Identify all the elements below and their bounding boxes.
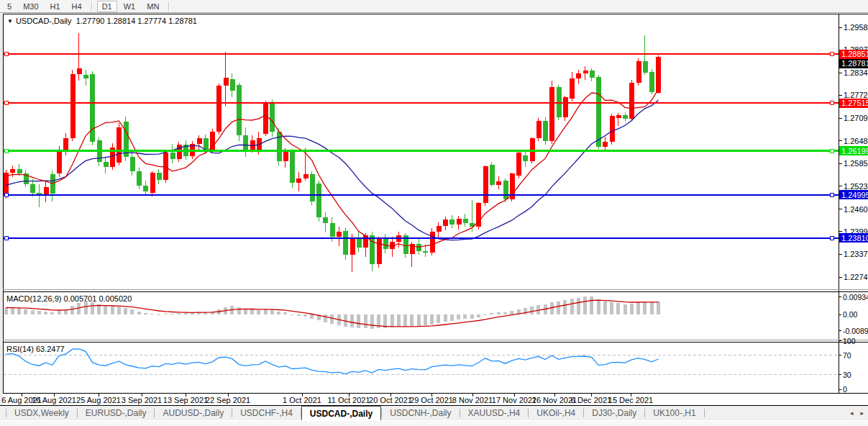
timeframe-button-h1[interactable]: H1 — [45, 1, 65, 12]
tab-separator — [704, 409, 705, 417]
svg-text:1.28851: 1.28851 — [841, 50, 868, 58]
svg-text:1.25850: 1.25850 — [844, 159, 868, 168]
timeframe-button-h4[interactable]: H4 — [67, 1, 87, 12]
timeframe-button-mn[interactable]: MN — [142, 1, 164, 12]
svg-text:17 Nov 2021: 17 Nov 2021 — [492, 396, 536, 404]
timeframe-toolbar: 5M30H1H4D1W1MN — [0, 0, 868, 13]
symbol-label: USDCAD-,Daily — [16, 17, 72, 25]
svg-text:6 Dec 2021: 6 Dec 2021 — [571, 396, 611, 404]
svg-text:22 Sep 2021: 22 Sep 2021 — [206, 396, 250, 404]
tab-scroll-left-icon[interactable]: ◂ — [850, 409, 854, 417]
chart-tab-eurusd-daily[interactable]: EURUSD-,Daily — [78, 406, 155, 420]
svg-text:1.25235: 1.25235 — [844, 182, 868, 191]
svg-text:20 Oct 2021: 20 Oct 2021 — [369, 396, 412, 404]
svg-text:1.24605: 1.24605 — [844, 205, 868, 214]
rsi-indicator-label: RSI(14) 63.2477 — [6, 345, 65, 353]
tab-scroll-arrows: ◂ ▸ — [850, 405, 864, 420]
chart-tab-dj30-daily[interactable]: DJ30-,Daily — [584, 406, 644, 420]
chevron-down-icon: ▼ — [7, 18, 13, 24]
svg-text:1.26199: 1.26199 — [841, 147, 868, 155]
trading-terminal-window: 1.295851.289701.283401.277251.270951.264… — [0, 0, 868, 426]
svg-text:-0.00890: -0.00890 — [843, 327, 868, 335]
svg-text:1.29585: 1.29585 — [844, 23, 868, 32]
toolbar-separator — [168, 1, 170, 11]
chart-tab-uk100-h1[interactable]: UK100-,H1 — [645, 406, 703, 420]
svg-text:1.28781: 1.28781 — [841, 59, 868, 68]
svg-text:1.24995: 1.24995 — [841, 191, 868, 199]
svg-text:16 Aug 2021: 16 Aug 2021 — [32, 396, 76, 404]
svg-text:13 Sep 2021: 13 Sep 2021 — [163, 396, 208, 404]
ohlc-values: 1.27790 1.28814 1.27774 1.28781 — [76, 17, 197, 25]
macd-indicator-label: MACD(12,26,9) 0.005701 0.005020 — [6, 294, 132, 303]
svg-text:1.26480: 1.26480 — [844, 137, 868, 145]
chart-tab-usdchf-h4[interactable]: USDCHF-,H4 — [232, 406, 301, 420]
svg-text:1.23810: 1.23810 — [841, 234, 868, 243]
svg-text:25 Aug 2021: 25 Aug 2021 — [76, 396, 121, 404]
svg-text:1.23375: 1.23375 — [844, 250, 868, 258]
svg-text:0: 0 — [843, 385, 847, 394]
svg-text:30: 30 — [843, 371, 851, 379]
time-axis[interactable]: 6 Aug 202116 Aug 202125 Aug 20213 Sep 20… — [1, 394, 653, 404]
current-price-label: 1.28781 — [839, 59, 868, 68]
svg-text:29 Oct 2021: 29 Oct 2021 — [410, 396, 453, 404]
svg-text:1.27095: 1.27095 — [844, 114, 868, 122]
svg-text:0.00: 0.00 — [843, 310, 858, 319]
svg-text:0.009345: 0.009345 — [843, 293, 868, 302]
chart-tab-usdx-weekly[interactable]: USDX,Weekly — [6, 406, 77, 420]
svg-text:26 Nov 2021: 26 Nov 2021 — [532, 396, 577, 404]
chart-canvas[interactable]: 1.295851.289701.283401.277251.270951.264… — [0, 0, 868, 426]
chart-tab-audusd-daily[interactable]: AUDUSD-,Daily — [155, 406, 232, 420]
svg-text:1.27515: 1.27515 — [841, 99, 868, 107]
svg-text:11 Oct 2021: 11 Oct 2021 — [327, 396, 370, 404]
svg-text:70: 70 — [843, 351, 851, 360]
chart-symbol-title[interactable]: ▼USDCAD-,Daily 1.27790 1.28814 1.27774 1… — [7, 17, 197, 25]
svg-text:1.28340: 1.28340 — [844, 68, 868, 77]
chart-plot-area[interactable] — [4, 14, 839, 290]
status-strip — [0, 420, 868, 426]
svg-text:8 Nov 2021: 8 Nov 2021 — [452, 396, 493, 404]
tab-scroll-right-icon[interactable]: ▸ — [860, 409, 864, 417]
svg-text:1.22745: 1.22745 — [844, 273, 868, 281]
svg-text:3 Sep 2021: 3 Sep 2021 — [122, 396, 162, 404]
svg-text:1 Oct 2021: 1 Oct 2021 — [283, 396, 321, 404]
toolbar-separator — [91, 1, 93, 11]
svg-text:100: 100 — [843, 337, 856, 345]
svg-text:15 Dec 2021: 15 Dec 2021 — [608, 396, 653, 404]
timeframe-button-w1[interactable]: W1 — [119, 1, 141, 12]
timeframe-button-5[interactable]: 5 — [2, 1, 17, 12]
chart-tab-usdcnh-daily[interactable]: USDCNH-,Daily — [382, 406, 459, 420]
chart-tab-ukoil-h4[interactable]: UKOil-,H4 — [529, 406, 583, 420]
timeframe-button-m30[interactable]: M30 — [18, 1, 43, 12]
timeframe-button-d1[interactable]: D1 — [97, 1, 117, 12]
chart-tab-usdcad-daily[interactable]: USDCAD-,Daily — [301, 406, 381, 420]
chart-tab-bar: USDX,WeeklyEURUSD-,DailyAUDUSD-,DailyUSD… — [0, 405, 868, 420]
chart-tab-xauusd-h4[interactable]: XAUUSD-,H4 — [460, 406, 529, 420]
